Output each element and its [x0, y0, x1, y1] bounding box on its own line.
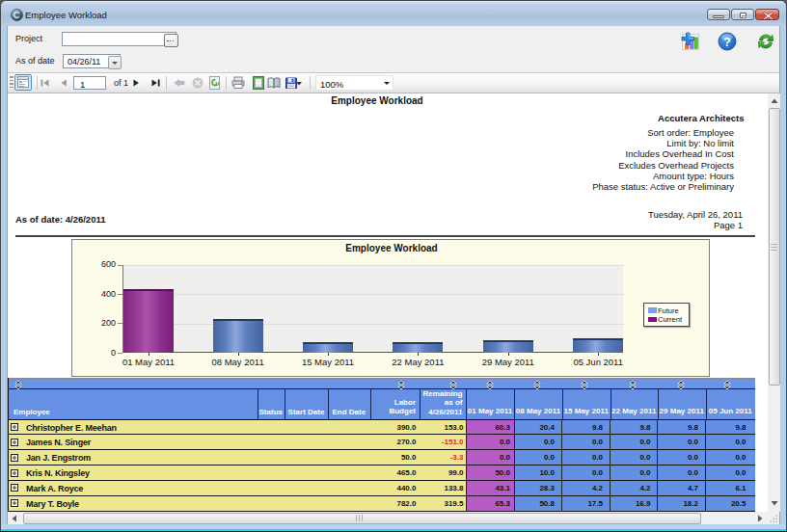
svg-text:?: ?	[723, 35, 731, 49]
